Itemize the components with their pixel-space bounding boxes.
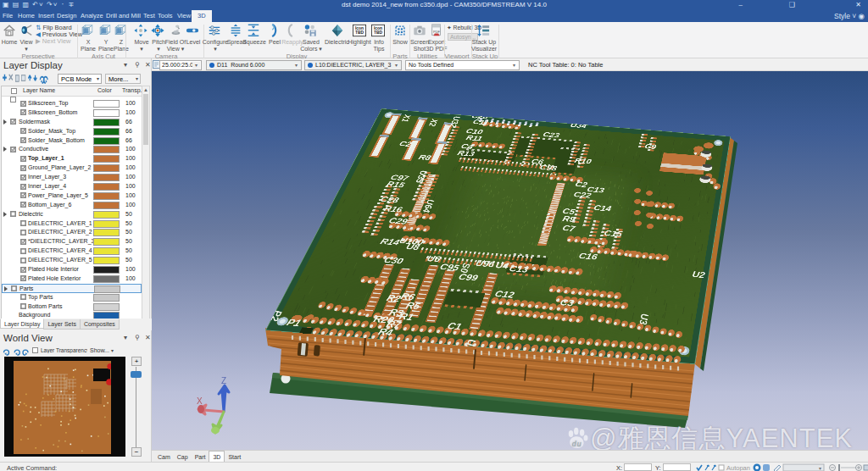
svg-text:C23: C23 [542, 130, 561, 139]
svg-text:Autopan: Autopan [726, 464, 750, 471]
svg-text:TBD: TBD [374, 30, 382, 35]
svg-text:C12: C12 [493, 289, 516, 300]
svg-text:X: X [197, 396, 203, 406]
svg-text:Icon: Icon [355, 26, 364, 30]
svg-text:R11: R11 [465, 134, 483, 142]
svg-text:C98: C98 [539, 163, 559, 173]
svg-text:du: du [572, 440, 582, 448]
svg-text:C16: C16 [578, 251, 599, 261]
svg-text:▾: ▾ [819, 466, 821, 471]
svg-text:PDF: PDF [433, 30, 441, 34]
svg-text:C13: C13 [586, 185, 605, 194]
svg-text:Icon: Icon [374, 26, 382, 30]
svg-text:U3: U3 [637, 313, 651, 326]
svg-text:C15: C15 [604, 229, 624, 239]
svg-text:C11: C11 [471, 118, 490, 126]
svg-text:C14: C14 [593, 203, 613, 213]
svg-text:R10: R10 [574, 157, 593, 165]
svg-text:Z: Z [221, 376, 226, 385]
svg-text:C9: C9 [644, 142, 658, 151]
svg-text:U2: U2 [692, 269, 707, 280]
svg-text:TBD: TBD [355, 30, 364, 35]
svg-text:C13: C13 [508, 263, 530, 274]
